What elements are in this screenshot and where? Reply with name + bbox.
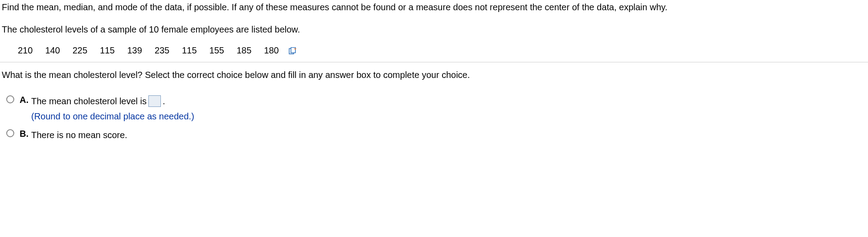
data-value: 115 bbox=[100, 45, 115, 56]
data-value: 139 bbox=[127, 45, 142, 56]
radio-b[interactable] bbox=[6, 129, 14, 137]
mean-answer-input[interactable] bbox=[148, 95, 161, 107]
data-value: 140 bbox=[45, 45, 60, 56]
data-value: 115 bbox=[182, 45, 197, 56]
choice-a-row: A. The mean cholesterol level is . (Roun… bbox=[6, 94, 868, 123]
choice-b-body: There is no mean score. bbox=[31, 128, 868, 142]
question-text: Find the mean, median, and mode of the d… bbox=[0, 0, 868, 14]
choice-b-letter: B. bbox=[20, 128, 31, 139]
data-value: 210 bbox=[18, 45, 33, 56]
choice-a-letter: A. bbox=[20, 94, 31, 105]
choice-a-hint: (Round to one decimal place as needed.) bbox=[31, 110, 868, 123]
data-value: 225 bbox=[73, 45, 87, 56]
radio-a[interactable] bbox=[6, 95, 14, 103]
choice-b-row: B. There is no mean score. bbox=[6, 128, 868, 142]
choice-a-body: The mean cholesterol level is . (Round t… bbox=[31, 94, 868, 123]
choice-a-text-after: . bbox=[163, 94, 165, 108]
data-value: 235 bbox=[155, 45, 169, 56]
copy-icon[interactable] bbox=[289, 47, 297, 54]
data-value: 180 bbox=[264, 45, 278, 56]
data-value: 155 bbox=[209, 45, 224, 56]
svg-rect-1 bbox=[291, 47, 295, 53]
choice-b-text: There is no mean score. bbox=[31, 128, 127, 142]
data-value: 185 bbox=[237, 45, 251, 56]
context-text: The cholesterol levels of a sample of 10… bbox=[0, 22, 868, 37]
answer-choices: A. The mean cholesterol level is . (Roun… bbox=[0, 94, 868, 142]
prompt-text: What is the mean cholesterol level? Sele… bbox=[0, 64, 868, 82]
data-values-row: 210 140 225 115 139 235 115 155 185 180 bbox=[16, 45, 868, 62]
section-divider bbox=[0, 62, 868, 62]
choice-a-text-before: The mean cholesterol level is bbox=[31, 94, 147, 108]
